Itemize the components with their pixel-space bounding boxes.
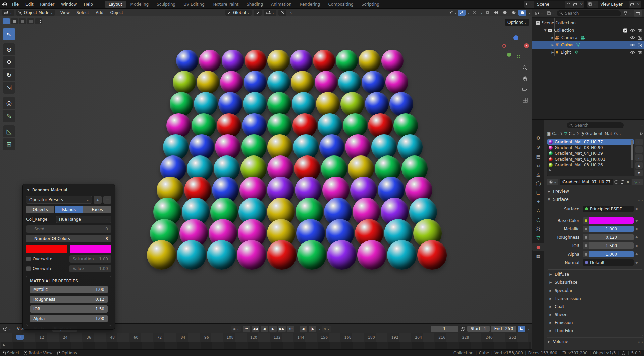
value-slider[interactable]: 1.500 bbox=[583, 242, 634, 249]
saturation-field[interactable]: Saturation 1.00 bbox=[69, 255, 111, 263]
mode-selector[interactable]: Object Mode ⌄ bbox=[16, 10, 55, 16]
output-tab[interactable]: ▤ bbox=[533, 152, 543, 160]
value-field[interactable]: Value 1.00 bbox=[69, 265, 111, 272]
new-collection-button[interactable] bbox=[634, 10, 642, 17]
surface-panel-header[interactable]: ▼ Surface :::: bbox=[547, 195, 643, 203]
ior-field[interactable]: IOR1.50 bbox=[30, 305, 108, 313]
viewport-sphere[interactable] bbox=[290, 50, 312, 72]
slot-specials-dropdown[interactable]: ⌄ bbox=[635, 154, 643, 161]
breadcrumb-item[interactable]: Gradient_Mat_0... bbox=[585, 131, 621, 136]
viewport-sphere[interactable] bbox=[292, 92, 316, 116]
box-select-tool[interactable]: ↖ bbox=[3, 28, 15, 40]
pin-icon[interactable] bbox=[639, 132, 643, 136]
select-mode-new-button[interactable] bbox=[3, 18, 10, 24]
add-cube-tool[interactable]: ⊞ bbox=[3, 138, 15, 150]
animate-decorator-icon[interactable]: ● bbox=[634, 244, 640, 247]
close-icon[interactable]: ✕ bbox=[578, 1, 584, 8]
viewport-sphere[interactable] bbox=[177, 240, 206, 270]
node-socket-field[interactable]: Principled BSDF bbox=[583, 206, 634, 212]
outliner-item-scene-collection[interactable]: Scene Collection bbox=[532, 19, 644, 27]
chevron-down-icon[interactable]: ▼ bbox=[543, 29, 548, 32]
stopwatch-icon[interactable] bbox=[459, 326, 466, 331]
scene-name[interactable]: Scene bbox=[534, 1, 565, 8]
viewport-sphere[interactable] bbox=[237, 240, 267, 270]
list-expander-icon[interactable]: ▶ bbox=[549, 169, 551, 172]
transform-orientation-dropdown[interactable]: Global ⌄ bbox=[225, 10, 252, 16]
step-back-button[interactable]: ◀| bbox=[300, 326, 307, 332]
material-list-item[interactable]: Gradient_Mat_04_H0.39 bbox=[547, 150, 634, 156]
subpanel-coat[interactable]: ▶Coat bbox=[549, 303, 642, 311]
remove-preset-button[interactable]: − bbox=[103, 196, 111, 204]
panel-grip-icon[interactable]: :::: bbox=[638, 190, 643, 193]
subpanel-emission[interactable]: ▶Emission bbox=[549, 319, 642, 327]
gizmo-y-neg-axis[interactable] bbox=[517, 55, 520, 58]
gizmo-z-axis[interactable] bbox=[513, 35, 518, 40]
selectability-visibility-dropdown[interactable]: ⌄ bbox=[449, 10, 457, 16]
display-mode-button[interactable]: ⌄ bbox=[546, 9, 556, 17]
world-tab[interactable]: ◯ bbox=[533, 179, 543, 187]
add-preset-button[interactable]: ＋ bbox=[94, 196, 102, 204]
scene-tab[interactable]: ◬ bbox=[533, 170, 543, 178]
xray-toggle[interactable] bbox=[483, 10, 491, 16]
render-visibility-camera-icon[interactable] bbox=[638, 43, 642, 47]
eye-icon[interactable] bbox=[630, 51, 635, 54]
viewport-sphere[interactable] bbox=[173, 71, 196, 94]
viewport-sphere[interactable] bbox=[385, 71, 408, 94]
zoom-view-icon[interactable] bbox=[521, 63, 529, 72]
sync-mode-dropdown[interactable]: ∩⌄ bbox=[322, 326, 331, 332]
menu-render[interactable]: Render bbox=[37, 1, 58, 7]
jump-to-start-button[interactable]: ⏮ bbox=[243, 326, 250, 332]
render-visibility-camera-icon[interactable] bbox=[638, 51, 642, 54]
remove-slot-button[interactable]: − bbox=[635, 146, 643, 153]
workspace-tab-uv-editing[interactable]: UV Editing bbox=[179, 1, 209, 8]
animate-decorator-icon[interactable]: ● bbox=[634, 253, 640, 256]
filter-icon[interactable]: ⌄ bbox=[622, 9, 632, 17]
play-button[interactable]: ▶ bbox=[269, 326, 277, 332]
playhead-line[interactable] bbox=[20, 330, 20, 346]
move-tool[interactable]: ✥ bbox=[3, 56, 15, 68]
blender-logo-icon[interactable] bbox=[0, 0, 9, 9]
duplicate-icon[interactable] bbox=[629, 1, 635, 8]
overlays-dropdown[interactable]: ⌄ bbox=[480, 11, 483, 14]
operator-panel-header[interactable]: ▼ Random_Material bbox=[26, 186, 111, 194]
constraints-tab[interactable]: ⛓ bbox=[533, 225, 543, 233]
viewport-sphere[interactable] bbox=[340, 92, 364, 116]
viewport-sphere[interactable] bbox=[297, 240, 327, 270]
viewport-sphere[interactable] bbox=[417, 240, 447, 270]
proportional-falloff-icon[interactable]: ∿ bbox=[289, 11, 292, 14]
next-keyframe-button[interactable]: ▶▶ bbox=[278, 326, 286, 332]
scale-tool[interactable]: ⇲ bbox=[3, 82, 15, 94]
seed-field[interactable]: Seed 0 bbox=[26, 225, 111, 233]
current-frame-field[interactable]: 1 bbox=[431, 326, 458, 332]
subpanel-transmission[interactable]: ▶Transmission bbox=[549, 295, 642, 303]
keying-set-button[interactable] bbox=[518, 326, 525, 332]
mesh-data-dropdown[interactable]: ▽ ⌄ bbox=[632, 179, 643, 185]
snapping-toggle[interactable] bbox=[254, 10, 262, 16]
modifiers-tab[interactable]: ✦ bbox=[533, 197, 543, 206]
scrollbar[interactable] bbox=[631, 140, 633, 168]
menu-edit[interactable]: Edit bbox=[22, 1, 37, 7]
subpanel-specular[interactable]: ▶Specular bbox=[549, 286, 642, 295]
chevron-right-icon[interactable]: ▶ bbox=[550, 43, 555, 47]
viewport-menu-object[interactable]: Object bbox=[107, 10, 126, 16]
view-layer-name[interactable]: View Layer bbox=[598, 1, 629, 8]
viewport-sphere[interactable] bbox=[316, 92, 340, 116]
editor-type-button[interactable]: ⌄ bbox=[548, 124, 551, 127]
jump-to-end-button[interactable]: ⏭ bbox=[287, 326, 294, 332]
gizmo-x-neg-axis[interactable] bbox=[502, 44, 506, 48]
preview-panel-header[interactable]: ▶ Preview :::: bbox=[547, 187, 643, 195]
viewport-sphere[interactable] bbox=[359, 50, 381, 72]
gizmo-y-axis[interactable] bbox=[507, 53, 511, 57]
render-visibility-camera-icon[interactable] bbox=[638, 29, 642, 32]
gizmos-toggle[interactable] bbox=[458, 10, 466, 16]
duplicate-icon[interactable] bbox=[619, 179, 625, 185]
tab-faces[interactable]: Faces bbox=[83, 206, 111, 213]
add-slot-button[interactable]: ＋ bbox=[635, 139, 643, 145]
subpanel-thin-film[interactable]: ▶Thin Film bbox=[549, 327, 642, 335]
material-list-item[interactable]: Gradient_Mat_03_H0.26 bbox=[547, 162, 634, 168]
viewport-sphere[interactable] bbox=[244, 71, 267, 94]
unlink-close-icon[interactable]: ✕ bbox=[625, 179, 631, 185]
viewport-sphere[interactable] bbox=[222, 50, 244, 72]
panel-grip-icon[interactable]: :::: bbox=[638, 340, 643, 343]
workspace-tab-modeling[interactable]: Modeling bbox=[126, 1, 153, 8]
